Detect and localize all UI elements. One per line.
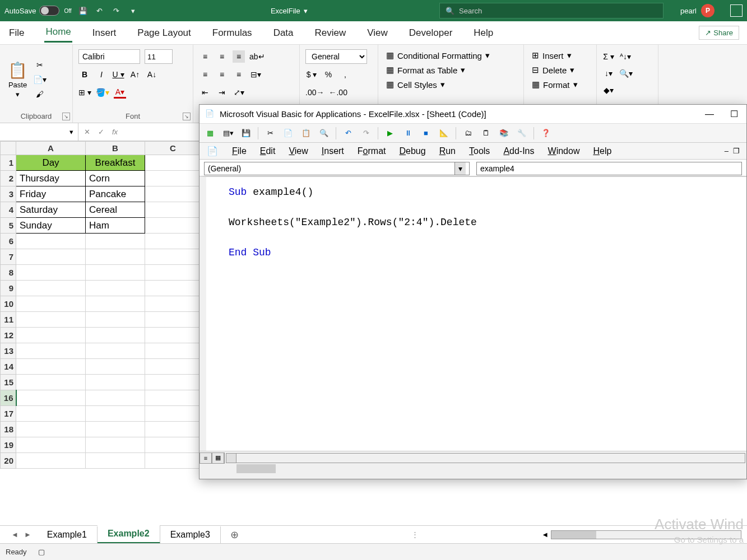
merge-icon[interactable]: ⊟▾ [249,68,262,81]
cut-icon[interactable]: ✂ [33,59,47,71]
cell-B16[interactable] [86,390,145,406]
cell-B7[interactable] [86,249,145,265]
vba-menu-insert[interactable]: Insert [322,146,344,156]
cell-B9[interactable] [86,281,145,296]
macro-record-icon[interactable]: ▢ [38,548,45,556]
tab-split[interactable]: ⋮ [411,530,419,539]
cell-B14[interactable] [86,359,145,375]
scroll-track[interactable] [551,530,741,539]
vba-hscroll-left-icon[interactable] [226,454,236,463]
vba-hscroll-thumb[interactable] [236,464,276,473]
cell-A12[interactable] [16,328,86,343]
tab-view[interactable]: View [366,24,389,42]
vba-pause-icon[interactable]: ⏸ [402,127,414,139]
cell-A20[interactable] [16,453,86,469]
row-header-19[interactable]: 19 [1,437,16,453]
tab-review[interactable]: Review [314,24,347,42]
filename-area[interactable]: ExcelFile ▾ [271,7,308,15]
cell-A17[interactable] [16,406,86,422]
vba-hscrollbar[interactable] [226,453,745,463]
clipboard-launcher[interactable]: ↘ [62,113,70,120]
font-size-select[interactable] [145,49,173,64]
vba-paste-icon[interactable]: 📋 [300,127,312,139]
font-color-icon[interactable]: A▾ [114,86,126,99]
cell-C8[interactable] [145,265,201,281]
vba-object-browser-icon[interactable]: 📚 [498,127,510,139]
cell-styles-button[interactable]: ▦Cell Styles ▾ [384,78,518,91]
align-bottom-icon[interactable]: ≡ [233,50,245,63]
currency-icon[interactable]: $ ▾ [305,68,318,81]
vba-undo-icon[interactable]: ↶ [342,127,354,139]
search-bar[interactable]: 🔍 Search [439,3,664,18]
vba-menu-help[interactable]: Help [593,146,611,156]
cell-C16[interactable] [145,390,201,406]
cell-B11[interactable] [86,312,145,328]
sheet-tab-example1[interactable]: Example1 [37,526,98,543]
vba-full-view-icon[interactable]: ▦ [212,452,224,464]
row-header-8[interactable]: 8 [1,265,16,281]
delete-cells-button[interactable]: ⊟Delete ▾ [530,64,591,76]
tab-page-layout[interactable]: Page Layout [136,24,192,42]
autosave-toggle[interactable] [39,6,59,16]
scroll-left-icon[interactable]: ◄ [541,530,549,539]
cell-A4[interactable]: Saturday [16,202,86,218]
copy-icon[interactable]: 📄▾ [33,73,47,86]
ribbon-display-icon[interactable] [730,4,743,17]
italic-button[interactable]: I [95,68,108,81]
wrap-text-icon[interactable]: ab↵ [249,50,265,63]
cell-C11[interactable] [145,312,201,328]
autosum-icon[interactable]: Σ ▾ [602,50,615,63]
cell-A7[interactable] [16,249,86,265]
vba-menu-debug[interactable]: Debug [400,146,426,156]
cell-B10[interactable] [86,296,145,312]
enter-formula-icon[interactable]: ✓ [98,128,104,136]
cell-A1[interactable]: Day [16,155,86,171]
cell-C17[interactable] [145,406,201,422]
fx-icon[interactable]: fx [112,128,118,136]
vba-titlebar[interactable]: 📄 Microsoft Visual Basic for Application… [199,105,746,124]
vba-menu-window[interactable]: Window [548,146,580,156]
sheet-nav[interactable]: ◄ ► [6,530,37,539]
tab-insert[interactable]: Insert [91,24,118,42]
vba-menu-format[interactable]: Format [358,146,386,156]
share-button[interactable]: ↗ Share [699,26,739,40]
row-header-14[interactable]: 14 [1,359,16,375]
vba-menu-run[interactable]: Run [439,146,456,156]
fill-icon[interactable]: ↓▾ [602,67,615,80]
bold-button[interactable]: B [78,68,91,81]
cell-B20[interactable] [86,453,145,469]
row-header-4[interactable]: 4 [1,202,16,218]
vba-stop-icon[interactable]: ■ [420,127,432,139]
cell-B13[interactable] [86,343,145,359]
vba-save-icon[interactable]: 💾 [240,127,252,139]
cell-A14[interactable] [16,359,86,375]
vba-toolbox-icon[interactable]: 🔧 [516,127,528,139]
row-header-5[interactable]: 5 [1,218,16,234]
cell-A5[interactable]: Sunday [16,218,86,234]
horizontal-scrollbar[interactable]: ◄ [541,530,741,539]
cell-C18[interactable] [145,422,201,437]
cell-A13[interactable] [16,343,86,359]
row-header-10[interactable]: 10 [1,296,16,312]
cell-B2[interactable]: Corn [86,171,145,186]
find-icon[interactable]: 🔍▾ [619,67,633,80]
vba-proc-select[interactable]: example4 [476,162,742,175]
row-header-17[interactable]: 17 [1,406,16,422]
autosave[interactable]: AutoSave Off [4,6,72,16]
cell-B8[interactable] [86,265,145,281]
row-header-3[interactable]: 3 [1,186,16,202]
cell-B3[interactable]: Pancake [86,186,145,202]
row-header-9[interactable]: 9 [1,281,16,296]
vba-menu-view[interactable]: View [289,146,308,156]
cell-C1[interactable] [145,155,201,171]
cell-C3[interactable] [145,186,201,202]
user-area[interactable]: pearl P [680,4,714,17]
cell-B12[interactable] [86,328,145,343]
row-header-2[interactable]: 2 [1,171,16,186]
comma-icon[interactable]: , [339,68,351,81]
tab-home[interactable]: Home [44,23,72,43]
row-header-12[interactable]: 12 [1,328,16,343]
borders-icon[interactable]: ⊞ ▾ [78,86,91,99]
orientation-icon[interactable]: ⤢▾ [233,86,245,99]
row-header-15[interactable]: 15 [1,375,16,390]
